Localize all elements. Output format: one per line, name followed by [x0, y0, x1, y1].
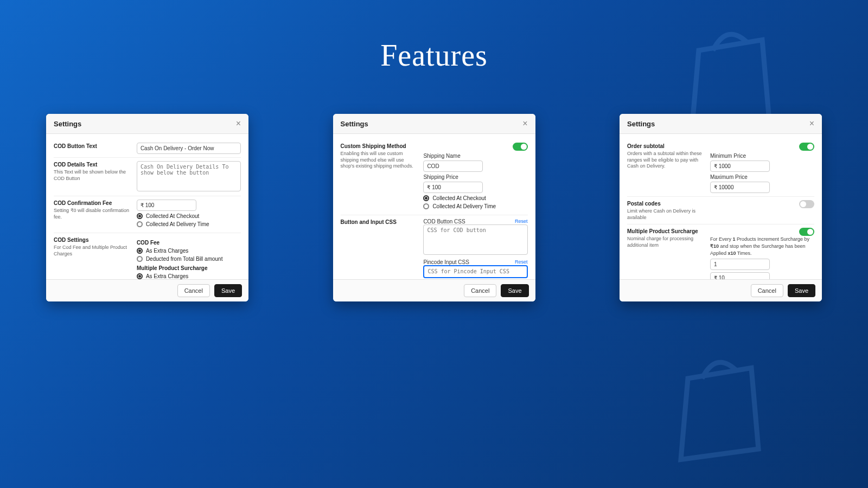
- cod-details-textarea[interactable]: [137, 161, 241, 191]
- min-price-label: Minimum Price: [710, 153, 814, 159]
- settings-panel-3: Settings × Order subtotal Orders with a …: [620, 114, 822, 301]
- save-button[interactable]: Save: [214, 284, 242, 297]
- close-icon[interactable]: ×: [236, 119, 241, 128]
- multi-surcharge-label: Multiple Product Surcharge: [137, 265, 241, 271]
- cancel-button[interactable]: Cancel: [464, 284, 496, 297]
- settings-panel-1: Settings × COD Button Text COD Details T…: [46, 114, 248, 301]
- cod-details-sub: This Text will be shown below the COD Bu…: [54, 169, 132, 182]
- save-button[interactable]: Save: [501, 284, 528, 297]
- order-subtotal-sub: Orders with a subtotal within these rang…: [627, 151, 706, 170]
- panel-header: Settings ×: [333, 114, 535, 134]
- radio-extra-charges-2[interactable]: As Extra Charges: [137, 273, 241, 279]
- surcharge-step-input[interactable]: [710, 259, 770, 270]
- radio-deducted-1[interactable]: Deducted from Total Bill amount: [137, 256, 241, 262]
- order-subtotal-toggle[interactable]: [799, 143, 814, 151]
- postal-codes-sub: Limit where Cash on Delivery is availabl…: [627, 208, 706, 221]
- surcharge-amount-input[interactable]: [710, 272, 770, 279]
- shipping-price-label: Shipping Price: [423, 174, 527, 180]
- pincode-css-label: Pincode Input CSS: [423, 259, 469, 265]
- max-price-label: Maximum Price: [710, 174, 814, 180]
- page-title: Features: [0, 38, 868, 73]
- panel-title: Settings: [341, 120, 368, 128]
- reset-link-1[interactable]: Reset: [515, 219, 528, 224]
- custom-shipping-label: Custom Shipping Method: [341, 143, 419, 150]
- save-button[interactable]: Save: [788, 284, 815, 297]
- cod-confirm-fee-input[interactable]: [137, 200, 196, 211]
- settings-panel-2: Settings × Custom Shipping Method Enabli…: [333, 114, 535, 301]
- cod-button-text-input[interactable]: [137, 143, 241, 154]
- multi-surcharge-label-3: Multiple Product Surcharge: [627, 228, 706, 235]
- radio-collected-delivery-2[interactable]: Collected At Delivery Time: [423, 203, 527, 209]
- cod-button-css-label: COD Button CSS: [423, 219, 465, 224]
- cancel-button[interactable]: Cancel: [751, 284, 783, 297]
- postal-codes-toggle[interactable]: [799, 200, 814, 208]
- panel-title: Settings: [627, 120, 655, 128]
- cod-confirm-fee-sub: Setting ₹0 will disable confirmation fee…: [54, 208, 132, 220]
- button-css-section-label: Button and Input CSS: [341, 219, 419, 226]
- multi-surcharge-toggle[interactable]: [799, 228, 814, 236]
- custom-shipping-toggle[interactable]: [513, 143, 528, 151]
- surcharge-description: For Every 1 Products Increment Surcharge…: [710, 236, 814, 256]
- decorative-bag-bottom: [646, 336, 787, 477]
- order-subtotal-label: Order subtotal: [627, 143, 706, 150]
- close-icon[interactable]: ×: [522, 119, 527, 128]
- cod-details-label: COD Details Text: [54, 161, 132, 168]
- cod-settings-label: COD Settings: [54, 236, 132, 243]
- shipping-name-input[interactable]: [423, 160, 483, 172]
- reset-link-2[interactable]: Reset: [515, 259, 528, 265]
- radio-collected-delivery[interactable]: Collected At Delivery Time: [137, 221, 241, 227]
- cod-settings-sub: For Cod Fee and Multiple Product Charges: [54, 245, 132, 257]
- radio-extra-charges-1[interactable]: As Extra Charges: [137, 248, 241, 254]
- min-price-input[interactable]: [710, 160, 770, 172]
- panel-header: Settings ×: [46, 114, 248, 134]
- cancel-button[interactable]: Cancel: [177, 284, 210, 297]
- postal-codes-label: Postal codes: [627, 200, 706, 207]
- max-price-input[interactable]: [710, 182, 770, 193]
- radio-collected-checkout-2[interactable]: Collected At Checkout: [423, 195, 527, 201]
- radio-collected-checkout[interactable]: Collected At Checkout: [137, 213, 241, 219]
- close-icon[interactable]: ×: [809, 119, 814, 128]
- cod-button-text-label: COD Button Text: [54, 143, 132, 150]
- panel-header: Settings ×: [620, 114, 822, 134]
- pincode-css-textarea[interactable]: [423, 265, 527, 278]
- multi-surcharge-sub-3: Nominal charge for processing additional…: [627, 236, 706, 248]
- panel-title: Settings: [54, 120, 81, 128]
- cod-fee-label: COD Fee: [137, 240, 241, 246]
- shipping-name-label: Shipping Name: [423, 153, 527, 159]
- shipping-price-input[interactable]: [423, 182, 483, 193]
- custom-shipping-sub: Enabling this will use custom shipping m…: [341, 151, 419, 170]
- cod-confirm-fee-label: COD Confirmation Fee: [54, 200, 132, 207]
- cod-button-css-textarea[interactable]: [423, 224, 527, 255]
